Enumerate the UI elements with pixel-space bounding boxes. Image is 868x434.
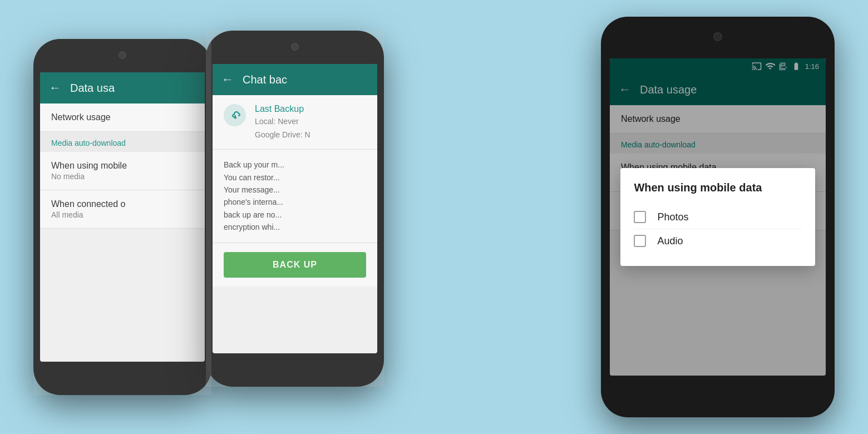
phone-2: ← Chat bac Last Backup Local: Never Goog… [206, 31, 384, 387]
dialog-title: When using mobile data [634, 181, 801, 194]
phone-3: 1:16 ← Data usage Network usage Media au… [601, 17, 835, 417]
mobile-data-dialog: When using mobile data Photos Audio [620, 168, 815, 230]
dialog-photos-item[interactable]: Photos [634, 205, 801, 229]
phone-3-camera [713, 32, 722, 41]
phone-2-dim [206, 31, 384, 387]
phone-3-screen: 1:16 ← Data usage Network usage Media au… [610, 58, 826, 376]
photos-label: Photos [657, 211, 688, 223]
phone-1-dim [33, 39, 211, 395]
dialog-audio-item[interactable]: Audio [634, 229, 801, 230]
scene: ← Data usa Network usage Media auto-down… [0, 0, 868, 434]
phone-3-content: Network usage Media auto-download When u… [610, 105, 826, 230]
photos-checkbox[interactable] [634, 211, 646, 223]
dialog-overlay: When using mobile data Photos Audio [610, 105, 826, 230]
phone-1: ← Data usa Network usage Media auto-down… [33, 39, 211, 395]
